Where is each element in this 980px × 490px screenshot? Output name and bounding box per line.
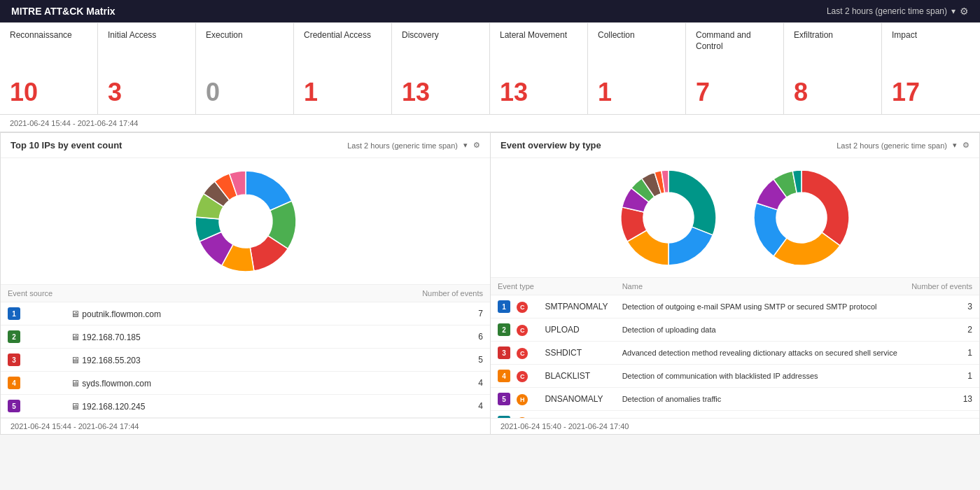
table-row: 1 🖥 poutnik.flowmon.com 7 <box>1 302 490 326</box>
rank-badge: 2 <box>498 323 510 336</box>
right-data-table: Event type Name Number of events 1 C SMT… <box>491 277 979 418</box>
table-row: 6 H ALIENDEV Detection of unknown device… <box>491 411 979 419</box>
settings-icon[interactable]: ⚙ <box>960 6 969 17</box>
table-row: 4 C BLACKLIST Detection of communication… <box>491 365 979 388</box>
left-panel: Top 10 IPs by event count Last 2 hours (… <box>0 132 490 435</box>
right-panel-title: Event overview by type <box>500 140 601 150</box>
right-panel: Event overview by type Last 2 hours (gen… <box>490 132 980 435</box>
app-title: MITRE ATT&CK Matrix <box>11 6 115 17</box>
table-row: 5 H DNSANOMALY Detection of anomalies tr… <box>491 388 979 411</box>
table-row: 5 🖥 192.168.120.245 4 <box>1 395 490 418</box>
right-table-body: Event type Name Number of events 1 C SMT… <box>491 277 979 418</box>
col-number-events: Number of events <box>904 278 979 295</box>
settings-icon[interactable]: ⚙ <box>473 141 480 150</box>
monitor-icon: 🖥 <box>71 309 80 319</box>
left-table-body: Event source Number of events 1 🖥 poutni… <box>1 284 490 418</box>
matrix-cell[interactable]: Reconnaissance10 <box>0 23 98 114</box>
matrix-footer: 2021-06-24 15:44 - 2021-06-24 17:44 <box>0 114 980 132</box>
rank-badge: 3 <box>498 346 510 359</box>
right-donut-chart-2 <box>749 165 854 270</box>
chevron-down-icon[interactable]: ▾ <box>953 141 957 150</box>
matrix-cell[interactable]: Execution0 <box>196 23 294 114</box>
main-panels: Top 10 IPs by event count Last 2 hours (… <box>0 132 980 435</box>
app-header: MITRE ATT&CK Matrix Last 2 hours (generi… <box>0 0 980 22</box>
table-row: 3 🖥 192.168.55.203 5 <box>1 349 490 372</box>
table-row: 3 C SSHDICT Advanced detection method re… <box>491 342 979 365</box>
rank-badge: 5 <box>498 393 510 405</box>
type-badge: H <box>517 394 528 405</box>
left-data-table: Event source Number of events 1 🖥 poutni… <box>1 284 490 418</box>
right-donut-area <box>491 158 979 277</box>
mitre-matrix-section: Reconnaissance10Initial Access3Execution… <box>0 22 980 132</box>
type-badge: C <box>517 348 528 359</box>
matrix-cell[interactable]: Impact17 <box>882 23 980 114</box>
right-panel-header: Event overview by type Last 2 hours (gen… <box>491 133 979 158</box>
right-panel-header-right: Last 2 hours (generic time span) ▾ ⚙ <box>836 141 969 150</box>
right-donut-chart-1 <box>616 165 721 270</box>
chevron-down-icon: ▾ <box>951 6 955 16</box>
matrix-cell[interactable]: Collection1 <box>588 23 686 114</box>
type-badge: C <box>517 325 528 336</box>
matrix-cell[interactable]: Lateral Movement13 <box>490 23 588 114</box>
monitor-icon: 🖥 <box>71 332 80 342</box>
rank-badge: 2 <box>8 330 20 343</box>
col-event-source: Event source <box>1 285 337 302</box>
settings-icon[interactable]: ⚙ <box>962 141 969 150</box>
table-row: 4 🖥 syds.flowmon.com 4 <box>1 372 490 395</box>
type-badge: C <box>517 302 528 313</box>
rank-badge: 1 <box>8 307 20 320</box>
type-badge: C <box>517 371 528 382</box>
matrix-cell[interactable]: Initial Access3 <box>98 23 196 114</box>
monitor-icon: 🖥 <box>71 378 80 388</box>
col-event-count: Number of events <box>337 285 490 302</box>
rank-badge: 5 <box>8 400 20 412</box>
header-time-selector[interactable]: Last 2 hours (generic time span) ▾ ⚙ <box>827 6 969 17</box>
table-row: 2 🖥 192.168.70.185 6 <box>1 326 490 349</box>
left-donut-chart <box>190 165 302 277</box>
rank-badge: 4 <box>8 377 20 389</box>
left-panel-header: Top 10 IPs by event count Last 2 hours (… <box>1 133 490 158</box>
rank-badge: 4 <box>498 370 510 382</box>
monitor-icon: 🖥 <box>71 401 80 412</box>
matrix-cell[interactable]: Credential Access1 <box>294 23 392 114</box>
matrix-grid: Reconnaissance10Initial Access3Execution… <box>0 22 980 114</box>
col-event-type: Event type <box>491 278 615 295</box>
right-panel-footer: 2021-06-24 15:40 - 2021-06-24 17:40 <box>491 418 979 434</box>
matrix-cell[interactable]: Exfiltration8 <box>784 23 882 114</box>
matrix-cell[interactable]: Command and Control7 <box>686 23 784 114</box>
table-row: 2 C UPLOAD Detection of uploading data 2 <box>491 318 979 342</box>
rank-badge: 3 <box>8 354 20 366</box>
left-panel-header-right: Last 2 hours (generic time span) ▾ ⚙ <box>347 141 480 150</box>
left-panel-footer: 2021-06-24 15:44 - 2021-06-24 17:44 <box>1 418 490 434</box>
left-panel-title: Top 10 IPs by event count <box>10 140 122 150</box>
table-row: 1 C SMTPANOMALY Detection of outgoing e-… <box>491 295 979 318</box>
left-donut-area <box>1 158 490 284</box>
matrix-cell[interactable]: Discovery13 <box>392 23 490 114</box>
chevron-down-icon[interactable]: ▾ <box>463 141 468 150</box>
monitor-icon: 🖥 <box>71 355 80 365</box>
rank-badge: 1 <box>498 300 510 313</box>
col-name: Name <box>615 278 904 295</box>
